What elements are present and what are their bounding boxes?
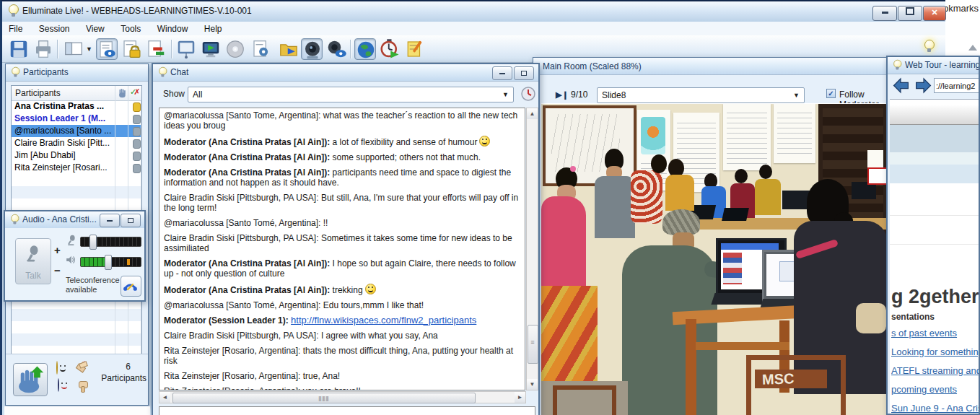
menu-session[interactable]: Session bbox=[32, 22, 76, 35]
menu-bar: File Session View Tools Window Help bbox=[2, 22, 945, 36]
photo-person bbox=[755, 179, 781, 215]
chat-message-text: you are brave!! bbox=[303, 386, 361, 390]
chat-timestamp-toggle-icon[interactable] bbox=[520, 85, 537, 102]
polling-icon[interactable] bbox=[145, 38, 167, 60]
chat-message-link[interactable]: http://flnw.wikispaces.com/flnw2_partici… bbox=[291, 315, 476, 326]
photo-laptop bbox=[722, 208, 749, 221]
chat-titlebar[interactable]: Chat bbox=[153, 64, 538, 82]
photo-person-shirt bbox=[595, 176, 635, 238]
participant-row[interactable]: Rita Zeinstejer [Rosari... bbox=[12, 162, 141, 174]
video-icon[interactable] bbox=[301, 38, 323, 60]
smiley-emoticon bbox=[365, 284, 376, 294]
scroll-thumb[interactable]: ≡ bbox=[528, 325, 538, 364]
chat-input[interactable] bbox=[159, 406, 535, 415]
forward-button[interactable] bbox=[914, 77, 932, 95]
minimize-button[interactable] bbox=[872, 6, 897, 21]
chat-message-sender: Moderator (Ana Cristina Pratas [Al Ain])… bbox=[164, 152, 330, 162]
scroll-up-icon[interactable] bbox=[968, 45, 977, 51]
raise-hand-column-icon[interactable] bbox=[117, 88, 127, 98]
chat-restore-button[interactable] bbox=[514, 66, 534, 80]
teleconference-phone-button[interactable] bbox=[121, 276, 141, 297]
participants-titlebar[interactable]: Participants bbox=[6, 64, 148, 82]
web-tour-link[interactable]: pcoming events bbox=[891, 384, 980, 395]
scroll-left-arrow[interactable]: ◄ bbox=[159, 392, 170, 403]
chat-message: @mariacolussa [Santo Tomé, Argentina]: E… bbox=[164, 300, 520, 310]
participant-row[interactable]: Jim [Abu Dhabi] bbox=[12, 149, 141, 162]
participant-count-label: Participants bbox=[101, 373, 146, 383]
talk-button[interactable]: Talk bbox=[15, 238, 51, 284]
multimedia-icon[interactable] bbox=[224, 38, 246, 60]
bookmarks-text[interactable]: okmarks bbox=[943, 3, 979, 14]
participant-row[interactable]: Claire Bradin Siski [Pitt... bbox=[12, 137, 141, 149]
applause-emoticon-button[interactable]: ✳ bbox=[75, 360, 87, 372]
scroll-right-arrow[interactable]: ► bbox=[515, 392, 525, 403]
scroll-thumb[interactable]: ⦀⦀⦀ bbox=[172, 393, 476, 403]
raise-hand-button[interactable] bbox=[13, 363, 48, 396]
menu-help[interactable]: Help bbox=[198, 22, 229, 35]
participant-row[interactable]: Session Leader 1 (M... bbox=[12, 113, 141, 125]
panel-lightbulb-icon bbox=[11, 67, 20, 77]
mic-volume-slider[interactable] bbox=[80, 237, 141, 247]
layout-dropdown-caret[interactable]: ▼ bbox=[86, 45, 92, 53]
web-tour-link[interactable]: s of past events bbox=[891, 328, 980, 338]
save-icon[interactable] bbox=[8, 38, 30, 60]
lock-permissions-icon[interactable] bbox=[121, 38, 142, 60]
chat-message-sender: Rita Zeinstejer [Rosario, Argentina]: bbox=[164, 386, 300, 390]
menu-window[interactable]: Window bbox=[151, 22, 195, 35]
volume-down-button[interactable]: − bbox=[54, 264, 61, 276]
web-tour-titlebar[interactable]: Web Tour - learning bbox=[888, 57, 979, 74]
app-sharing-icon[interactable] bbox=[200, 38, 222, 60]
thumbs-down-emoticon-button[interactable] bbox=[76, 379, 89, 391]
title-bar[interactable]: Elluminate Live! - WEBHEADS-LEARNINGTIME… bbox=[2, 1, 945, 22]
session-settings-icon[interactable] bbox=[250, 38, 272, 60]
timer-icon[interactable] bbox=[379, 38, 401, 60]
menu-tools[interactable]: Tools bbox=[114, 22, 147, 35]
audio-restore-button[interactable] bbox=[121, 214, 141, 227]
participants-panel-icon[interactable] bbox=[96, 38, 118, 60]
layout-icon[interactable] bbox=[63, 38, 84, 60]
chat-message: Rita Zeinstejer [Rosario, Argentina]: tr… bbox=[164, 371, 520, 381]
speaker-volume-slider[interactable] bbox=[80, 257, 141, 267]
close-button[interactable]: ✕ bbox=[923, 6, 946, 21]
chat-filter-select[interactable]: All ▼ bbox=[188, 87, 514, 102]
photo-poster-text bbox=[777, 108, 812, 157]
web-tour-link[interactable]: ATEFL streaming and bbox=[891, 365, 980, 376]
web-tour-icon[interactable] bbox=[354, 38, 376, 60]
scroll-up-arrow[interactable]: ▲ bbox=[527, 108, 538, 119]
follow-moderator-checkbox[interactable]: ✓ bbox=[826, 89, 836, 98]
web-tour-link[interactable]: Sun June 9 - Ana Crist bbox=[891, 403, 980, 414]
web-tour-url-input[interactable] bbox=[934, 78, 980, 93]
back-button[interactable] bbox=[892, 77, 911, 95]
slide-select[interactable]: Slide8 ▼ bbox=[597, 87, 805, 103]
photo-person-jacket bbox=[622, 245, 717, 415]
menu-file[interactable]: File bbox=[2, 22, 29, 35]
participants-table-header[interactable]: Participants ✓✗ bbox=[12, 86, 141, 101]
whiteboard-icon[interactable] bbox=[175, 38, 197, 60]
participant-row[interactable]: Ana Cristina Pratas ... bbox=[12, 100, 141, 113]
chat-minimize-button[interactable] bbox=[492, 66, 512, 80]
chat-message: Moderator (Ana Cristina Pratas [Al Ain])… bbox=[164, 136, 520, 147]
chat-horizontal-scrollbar[interactable]: ◄ ► ⦀⦀⦀ bbox=[159, 391, 526, 403]
permission-column-icon[interactable]: ✓✗ bbox=[130, 87, 140, 97]
chat-message-area[interactable]: @mariacolussa [Santo Tome, Argentina]: w… bbox=[159, 108, 525, 390]
audio-titlebar[interactable]: Audio - Ana Cristi... bbox=[5, 211, 144, 229]
chat-vertical-scrollbar[interactable]: ▲ ▼ ≡ bbox=[526, 108, 538, 390]
restore-button[interactable] bbox=[898, 6, 922, 21]
menu-view[interactable]: View bbox=[79, 22, 111, 35]
video-preview-icon[interactable] bbox=[325, 38, 347, 60]
volume-up-button[interactable]: + bbox=[54, 244, 61, 256]
web-tour-title: Web Tour - learning bbox=[905, 60, 980, 70]
smiley-emoticon-button[interactable] bbox=[56, 361, 58, 375]
file-transfer-icon[interactable] bbox=[278, 38, 299, 60]
page-banner-band bbox=[890, 125, 980, 152]
next-slide-icon[interactable]: ▶❙ bbox=[556, 90, 569, 100]
page-divider bbox=[890, 215, 980, 216]
web-tour-link[interactable]: Looking for something bbox=[891, 346, 980, 357]
confused-emoticon-button[interactable] bbox=[58, 378, 59, 392]
microphone-icon bbox=[66, 234, 77, 247]
audio-minimize-button[interactable] bbox=[100, 214, 120, 227]
notes-icon[interactable] bbox=[403, 38, 425, 60]
scroll-down-arrow[interactable]: ▼ bbox=[527, 379, 538, 390]
participant-row[interactable]: @mariacolussa [Santo ... bbox=[12, 125, 141, 137]
print-icon[interactable] bbox=[32, 38, 54, 60]
